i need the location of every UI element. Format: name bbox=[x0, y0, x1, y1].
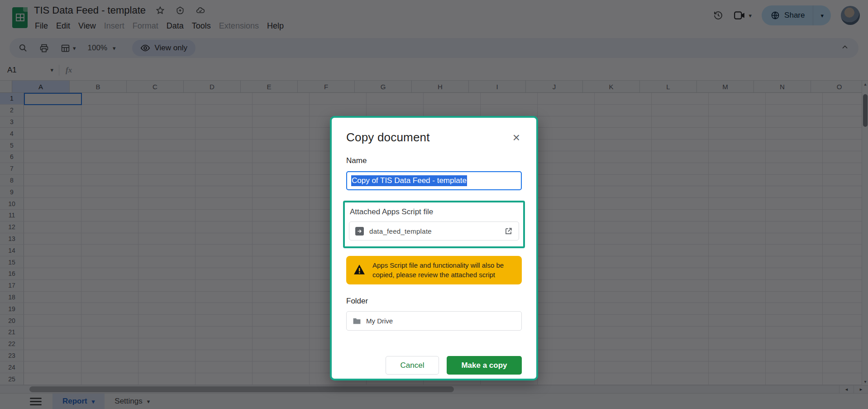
cancel-button[interactable]: Cancel bbox=[386, 356, 439, 375]
copy-document-dialog: Copy document × Name Copy of TIS Data Fe… bbox=[330, 116, 538, 380]
warning-text: Apps Script file and functionality will … bbox=[372, 261, 514, 279]
apps-script-file-name: data_feed_template bbox=[369, 227, 432, 235]
folder-icon bbox=[353, 318, 361, 325]
open-in-new-icon[interactable] bbox=[504, 227, 513, 236]
dialog-title: Copy document bbox=[346, 130, 430, 144]
name-input[interactable]: Copy of TIS Data Feed - template bbox=[346, 171, 522, 190]
name-input-selected-text: Copy of TIS Data Feed - template bbox=[351, 175, 467, 186]
apps-script-warning-banner: Apps Script file and functionality will … bbox=[346, 256, 522, 284]
folder-picker[interactable]: My Drive bbox=[346, 311, 522, 331]
apps-script-icon bbox=[355, 227, 364, 236]
folder-value: My Drive bbox=[366, 317, 393, 325]
name-label: Name bbox=[346, 156, 522, 165]
google-sheets-app: TIS Data Feed - template FileEditViewIns… bbox=[0, 0, 868, 409]
apps-script-file-row[interactable]: data_feed_template bbox=[349, 221, 519, 241]
apps-script-section-annotation: Attached Apps Script file data_feed_temp… bbox=[343, 201, 525, 248]
close-icon[interactable]: × bbox=[511, 130, 522, 145]
warning-icon bbox=[353, 264, 365, 277]
folder-label: Folder bbox=[346, 297, 522, 306]
apps-script-section-label: Attached Apps Script file bbox=[350, 207, 519, 217]
make-a-copy-button[interactable]: Make a copy bbox=[447, 356, 522, 375]
